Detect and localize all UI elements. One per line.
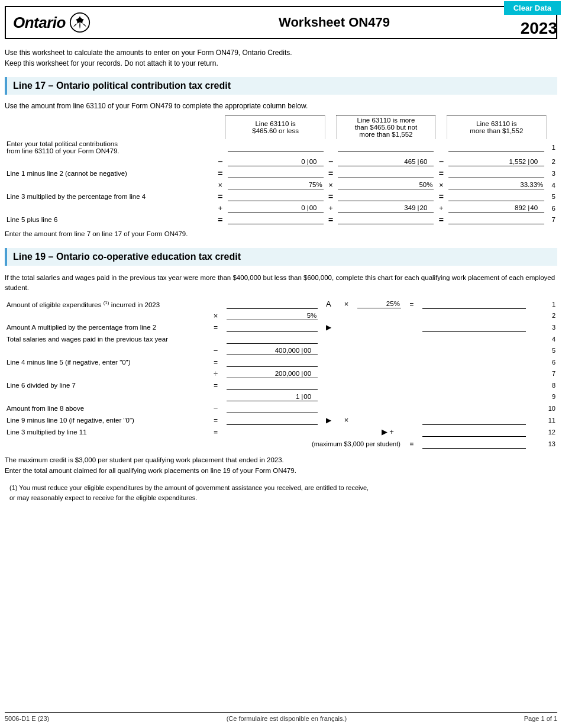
row6-value-c: 892 | 40 [448,204,544,212]
l19-line-number-13: 13 [528,438,557,450]
table-row: × 75% × 50% × 33.33% 4 [5,179,557,191]
row2-value-b: 465 | 60 [338,157,434,166]
footer-center: (Ce formulaire est disponible en françai… [227,715,347,722]
max-note1: The maximum credit is $3,000 per student… [5,455,557,465]
footer-right: Page 1 of 1 [524,715,557,722]
line19-section-header: Line 19 – Ontario co-operative education… [5,248,557,266]
table-row: Line 4 minus line 5 (if negative, enter … [5,356,557,368]
l19-r13-result [422,439,526,449]
row3-input-b [338,169,434,178]
l19-line-number-9: 9 [528,391,557,402]
l19-line-number-3: 3 [528,321,557,333]
line-number-3: 3 [546,167,557,179]
line-number-4: 4 [546,179,557,191]
table-row: Line 3 multiplied by line 11 = ▶ + 12 [5,426,557,438]
l19-r1-input-a [227,299,318,309]
table-row: Line 3 multiplied by the percentage from… [5,191,557,202]
line19-desc: If the total salaries and wages paid in … [0,270,562,298]
intro-line1: Use this worksheet to calculate the amou… [5,47,557,58]
ontario-text: Ontario [13,14,66,32]
line-number-5: 5 [546,191,557,202]
row7-input-a [228,215,324,224]
l19-line-number-2: 2 [528,310,557,321]
l19-r9-cents: 00 [303,393,318,400]
l19-r5-cents: 00 [303,347,318,354]
footnote: (1) You must reduce your eligible expend… [5,478,557,502]
row6-value-a: 0 | 00 [228,204,324,212]
l19-r4-input [227,334,318,344]
table-row: × 5% 2 [5,310,557,321]
row5-label: Line 3 multiplied by the percentage from… [5,191,215,202]
l19-r4-label: Total salaries and wages paid in the pre… [5,333,206,345]
clear-data-button[interactable]: Clear Data [504,1,561,15]
line17-table: Line 63110 is $465.60 or less Line 63110… [5,115,557,226]
row7-input-c [448,215,544,224]
row2-cents-a: 00 [309,158,324,165]
table-row: Amount from line 8 above − 10 [5,402,557,414]
footer-left: 5006-D1 E (23) [5,715,49,722]
l19-r13-note: (maximum $3,000 per student) [206,438,402,450]
line-number-7: 7 [546,214,557,226]
line19-table: Amount of eligible expenditures (1) incu… [5,298,557,450]
table-row: Line 9 minus line 10 (if negative, enter… [5,414,557,426]
line-number-2: 2 [546,156,557,167]
l19-r12-result [422,427,526,437]
row2-value-c: 1,552 | 00 [448,157,544,166]
row5-input-b [338,192,434,201]
line17-desc: Use the amount from line 63110 of your F… [0,99,562,115]
l19-r2-pct: 5% [227,311,318,320]
row7-label: Line 5 plus line 6 [5,214,215,226]
table-row: Enter your total political contributions… [5,139,557,156]
max-note2: Enter the total amount claimed for all q… [5,465,557,476]
max-notes: The maximum credit is $3,000 per student… [5,450,557,479]
intro-line2: Keep this worksheet for your records. Do… [5,58,557,69]
row2-dollars-a: 0 [228,157,306,166]
l19-r6-input [227,357,318,367]
row6-cents-b: 20 [419,204,434,211]
l19-line-number-11: 11 [528,414,557,426]
trillium-icon [69,12,91,33]
col-a-header: Line 63110 is $465.60 or less [226,115,325,140]
row2-cents-b: 60 [419,158,434,165]
l19-line-number-5: 5 [528,345,557,356]
l19-r7-dollars: 200,000 [227,369,301,378]
table-row: (maximum $3,000 per student) = 13 [5,438,557,450]
l19-line-number-7: 7 [528,368,557,379]
l19-r6-label: Line 4 minus line 5 (if negative, enter … [5,356,206,368]
row1-input-c[interactable] [448,143,544,152]
l19-r9-value: 1 | 00 [227,392,318,401]
l19-line-number-4: 4 [528,333,557,345]
row2-dollars-c: 1,552 [448,157,527,166]
l19-r1-result [422,299,526,309]
table-row: 1 | 00 9 [5,391,557,402]
table-row: − 0 | 00 − 465 | 60 [5,156,557,167]
row6-cents-a: 00 [309,204,324,211]
l19-r7-cents: 00 [303,370,318,377]
table-row: Line 1 minus line 2 (cannot be negative)… [5,167,557,179]
header-box: Ontario Worksheet ON479 [5,6,557,39]
l19-r9-dollars: 1 [227,392,301,401]
l19-r8-label: Line 6 divided by line 7 [5,379,206,391]
l19-r1-pct: 25% [357,299,401,308]
l19-r10-input [227,404,318,413]
table-row: Total salaries and wages paid in the pre… [5,333,557,345]
row6-dollars-a: 0 [228,204,306,212]
l19-r11-label: Line 9 minus line 10 (if negative, enter… [5,414,206,426]
l19-r3-label: Amount A multiplied by the percentage fr… [5,321,206,333]
l19-line-number-1: 1 [528,298,557,310]
l19-r10-label: Amount from line 8 above [5,402,206,414]
l19-line-number-8: 8 [528,379,557,391]
line-number-1: 1 [546,139,557,156]
line-number-6: 6 [546,202,557,214]
l19-line-number-6: 6 [528,356,557,368]
row6-value-b: 349 | 20 [338,204,434,212]
row2-cents-c: 00 [530,158,544,165]
l19-r3-input [227,323,318,332]
year-label: 2023 [521,19,557,38]
row1-input-b[interactable] [338,143,434,152]
l19-r11-input [227,415,318,425]
row5-input-c [448,192,544,201]
table-row: − 400,000 | 00 5 [5,345,557,356]
table-row: Amount A multiplied by the percentage fr… [5,321,557,333]
row1-input-a[interactable] [228,143,324,152]
